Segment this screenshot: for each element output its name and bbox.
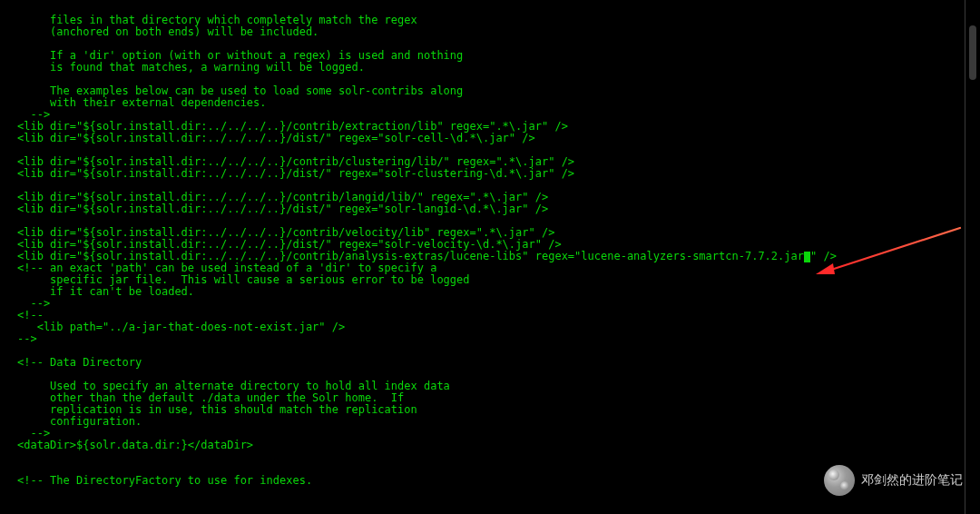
line: <lib dir="${solr.install.dir:../../../..… xyxy=(17,132,535,144)
line: If a 'dir' option (with or without a reg… xyxy=(17,49,463,62)
cursor-icon xyxy=(804,252,810,262)
line: --> xyxy=(17,297,50,310)
line: if it can't be loaded. xyxy=(17,285,194,298)
watermark: 邓剑然的进阶笔记 xyxy=(824,465,963,496)
line: files in that directory which completely… xyxy=(17,14,417,26)
line: <lib dir="${solr.install.dir:../../../..… xyxy=(17,203,548,215)
line: (anchored on both ends) will be included… xyxy=(17,25,318,38)
line: <lib dir="${solr.install.dir:../../../..… xyxy=(17,191,548,203)
line: <dataDir>${solr.data.dir:}</dataDir> xyxy=(17,439,253,451)
line: with their external dependencies. xyxy=(17,96,267,109)
wechat-icon xyxy=(824,465,855,496)
line: <!-- Data Directory xyxy=(17,356,142,369)
terminal-output: files in that directory which completely… xyxy=(0,0,965,514)
line: <lib dir="${solr.install.dir:../../../..… xyxy=(17,226,554,239)
line: <lib dir="${solr.install.dir:../../../..… xyxy=(17,120,568,133)
line: <!-- xyxy=(17,309,44,321)
highlighted-line: <lib dir="${solr.install.dir:../../../..… xyxy=(17,250,837,262)
line: --> xyxy=(17,427,50,440)
scrollbar-thumb[interactable] xyxy=(969,25,976,80)
line: The examples below can be used to load s… xyxy=(17,84,463,97)
watermark-text: 邓剑然的进阶笔记 xyxy=(861,472,963,489)
line: <!-- an exact 'path' can be used instead… xyxy=(17,262,436,274)
line: replication is in use, this should match… xyxy=(17,403,417,416)
line: is found that matches, a warning will be… xyxy=(17,61,365,74)
line: <lib dir="${solr.install.dir:../../../..… xyxy=(17,155,574,168)
line: <lib dir="${solr.install.dir:../../../..… xyxy=(17,167,574,180)
line: specific jar file. This will cause a ser… xyxy=(17,273,470,286)
line: Used to specify an alternate directory t… xyxy=(17,380,450,392)
line: <lib path="../a-jar-that-does-not-exist.… xyxy=(17,321,345,333)
line: --> xyxy=(17,332,37,345)
line: <lib dir="${solr.install.dir:../../../..… xyxy=(17,238,562,251)
line: other than the default ./data under the … xyxy=(17,391,404,404)
line: <!-- The DirectoryFactory to use for ind… xyxy=(17,474,312,487)
line: --> xyxy=(17,108,50,121)
line: configuration. xyxy=(17,415,142,428)
